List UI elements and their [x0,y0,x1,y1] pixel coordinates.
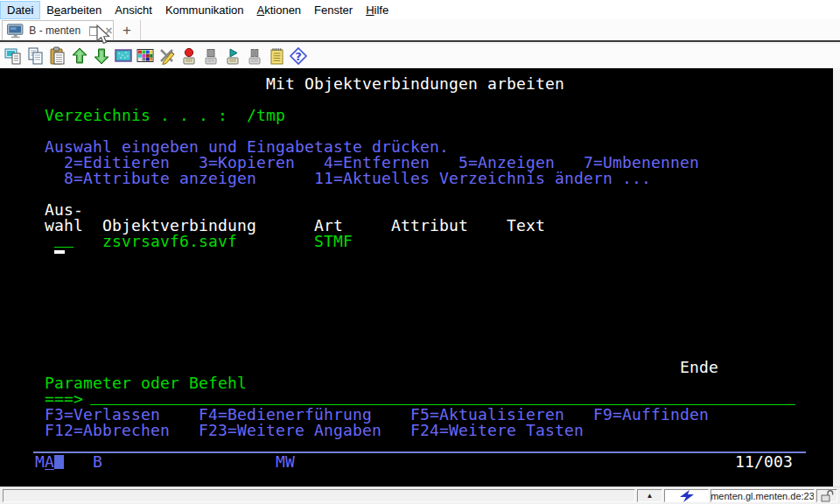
monitor-icon [7,24,24,38]
oia-cursor-position: 11/003 [735,455,793,469]
terminal-row-1: Mit Objektverbindungen arbeiten [266,76,564,92]
terminal-row-23: F12=Abbrechen F23=Weitere Angaben F24=We… [45,423,584,438]
unlock-icon [820,489,834,502]
terminal-screen[interactable]: Mit Objektverbindungen arbeitenVerzeichn… [0,68,833,486]
menu-hilfe[interactable]: Hilfe [360,2,395,18]
help-icon[interactable]: ? [289,46,308,66]
tab-label: B - menten [29,24,80,37]
new-tab-button[interactable]: + [114,20,141,40]
notes-icon[interactable] [267,46,286,66]
toolbar: ? [0,44,840,68]
triangle-up-icon: ▲ [647,492,654,500]
status-bar: ▲ menten.gl.menten.de:23 [0,486,840,504]
paste-icon[interactable] [48,46,67,66]
terminal-row-19: Ende [680,360,718,375]
host-address-panel: menten.gl.menten.de:23 [710,489,815,502]
mouse-pointer [96,24,112,47]
oia-separator [33,452,806,453]
edit-macro-icon[interactable] [158,46,177,66]
oia-input-inhibit-block [54,455,64,469]
menu-datei[interactable]: Datei [1,2,39,18]
status-expand-button[interactable]: ▲ [637,489,662,502]
color-map-icon[interactable] [136,46,155,66]
status-message-panel [3,489,635,502]
pause-macro-icon[interactable] [245,46,264,66]
oia-session-name: B [93,455,102,469]
oia-system-state: MA [35,455,54,469]
tab-strip: B - menten ✕ + [0,19,840,42]
send-file-icon[interactable] [70,46,89,66]
terminal-row-7: 8=Attribute anzeigen 11=Aktuelles Verzei… [64,171,651,186]
svg-text:?: ? [295,50,302,63]
menu-bar: DateiBearbeitenAnsichtKommunikationAktio… [0,0,840,19]
terminal-row-11: zsvrsavf6.savf STMF [102,234,353,249]
oia-message-waiting: MW [276,455,295,469]
option-input-field[interactable] [54,247,74,248]
command-input-field[interactable] [90,404,795,405]
menu-ansicht[interactable]: Ansicht [108,2,158,18]
stop-macro-icon[interactable] [201,46,220,66]
text-cursor [54,250,65,254]
oia-keyboard-indicator [45,469,54,470]
security-panel [816,489,837,502]
play-macro-icon[interactable] [223,46,242,66]
menu-kommunikation[interactable]: Kommunikation [159,2,250,18]
connection-icon [677,489,696,503]
new-screen-icon[interactable] [114,46,133,66]
terminal-row-3: Verzeichnis . . . : /tmp [45,108,285,123]
receive-file-icon[interactable] [92,46,111,66]
host-address: menten.gl.menten.de:23 [710,491,815,501]
connection-status-panel [664,489,709,502]
menu-fenster[interactable]: Fenster [308,2,359,18]
menu-aktionen[interactable]: Aktionen [251,2,308,18]
menu-bearbeiten[interactable]: Bearbeiten [40,2,108,18]
record-macro-icon[interactable] [179,46,199,66]
copy-screen-to-clipboard-icon[interactable] [4,46,24,66]
copy-icon[interactable] [26,46,46,66]
